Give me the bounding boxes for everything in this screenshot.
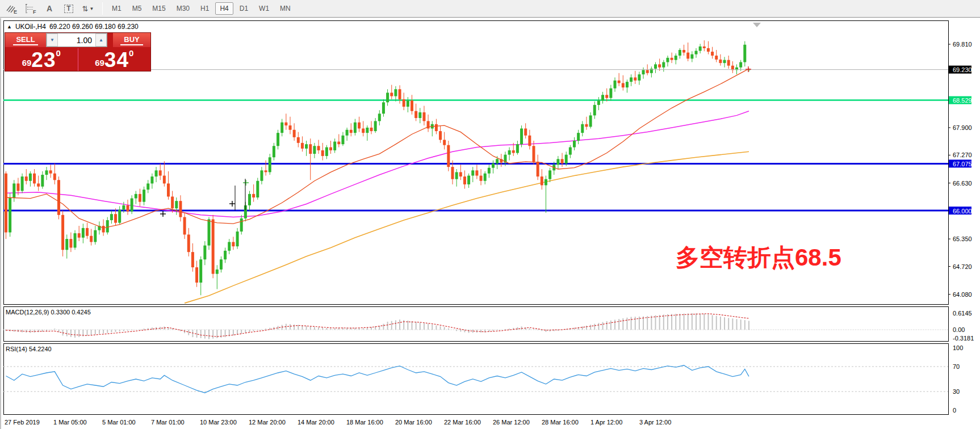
chart-canvas[interactable]: 69.81067.90067.27066.63065.35064.72064.0… bbox=[0, 18, 980, 429]
price-axis-label: 67.270 bbox=[953, 152, 972, 158]
letter-a-icon: A bbox=[47, 4, 52, 13]
chevron-down-icon: ▼ bbox=[89, 6, 94, 11]
timeframe-button-D1[interactable]: D1 bbox=[235, 2, 253, 15]
rsi-axis-label: 70 bbox=[953, 363, 960, 370]
macd-pane[interactable] bbox=[3, 313, 948, 339]
rsi-indicator-label: RSI(14) 54.2240 bbox=[6, 346, 52, 352]
price-axis-label: 66.630 bbox=[953, 180, 972, 187]
volume-increase-button[interactable]: ▲ bbox=[95, 33, 107, 47]
time-axis-label: 1 Apr 12:00 bbox=[590, 419, 622, 426]
time-axis-label: 10 Mar 23:00 bbox=[200, 419, 237, 426]
ma-fast-line bbox=[6, 69, 749, 228]
grid-icon: F bbox=[26, 5, 35, 13]
volume-input[interactable] bbox=[58, 33, 95, 47]
macd-axis-label: 0.6145 bbox=[953, 310, 972, 317]
symbol-period-label: UKOil-,H4 bbox=[15, 23, 46, 31]
volume-decrease-button[interactable]: ▼ bbox=[47, 33, 58, 47]
price-badge-label: 69.230 bbox=[953, 66, 972, 73]
rsi-line bbox=[6, 365, 749, 393]
rsi-axis-label: 30 bbox=[953, 388, 960, 395]
chart-shift-marker-icon bbox=[753, 23, 761, 27]
rsi-axis-label: 100 bbox=[953, 344, 963, 351]
time-axis-label: 3 Apr 12:00 bbox=[639, 419, 671, 426]
timeframe-button-M5[interactable]: M5 bbox=[128, 2, 146, 15]
time-axis-label: 7 Mar 01:00 bbox=[151, 419, 185, 426]
sort-arrows-icon: ⇅ bbox=[82, 5, 88, 13]
price-badge-label: 68.529 bbox=[953, 97, 972, 104]
macd-axis-label: -0.3181 bbox=[953, 335, 974, 342]
application-window: E F A T ⇅ ▼ M1M5M15M30H1H4D1W1MN 69.8106… bbox=[0, 0, 980, 429]
candlesticks bbox=[5, 40, 750, 295]
one-click-trade-panel: SELL ▼ ▲ BUY 69 23 0 69 34 0 bbox=[5, 32, 151, 72]
sell-price-display[interactable]: 69 23 0 bbox=[5, 48, 78, 71]
text-label-button[interactable]: A bbox=[41, 2, 58, 15]
rsi-pane-border bbox=[4, 344, 949, 415]
time-axis-label: 22 Mar 16:00 bbox=[444, 419, 481, 426]
rsi-pane[interactable] bbox=[3, 365, 948, 393]
timeframe-button-H1[interactable]: H1 bbox=[196, 2, 213, 15]
sort-arrows-button[interactable]: ⇅ ▼ bbox=[79, 2, 97, 15]
price-axis: 69.81067.90067.27066.63065.35064.72064.0… bbox=[948, 41, 974, 414]
timeframe-button-M30[interactable]: M30 bbox=[172, 2, 194, 15]
timeframe-button-W1[interactable]: W1 bbox=[254, 2, 274, 15]
macd-axis-label: 0.00 bbox=[953, 326, 965, 333]
time-axis-label: 28 Mar 16:00 bbox=[542, 419, 579, 426]
timeframe-button-H4[interactable]: H4 bbox=[215, 2, 233, 15]
time-axis-label: 1 Mar 05:00 bbox=[53, 419, 87, 426]
timeframe-button-M1[interactable]: M1 bbox=[107, 2, 126, 15]
price-badge-label: 67.075 bbox=[953, 161, 972, 167]
chart-window: 69.81067.90067.27066.63065.35064.72064.0… bbox=[0, 18, 973, 429]
price-axis-label: 69.810 bbox=[953, 41, 972, 48]
chart-title: ▲ UKOil-,H4 69.220 69.260 69.180 69.230 bbox=[7, 23, 139, 31]
time-axis-label: 18 Mar 16:00 bbox=[346, 419, 383, 426]
price-axis-label: 65.350 bbox=[953, 235, 972, 242]
draw-study-e-icon[interactable]: E bbox=[2, 2, 19, 15]
time-axis-label: 5 Mar 01:00 bbox=[102, 419, 136, 426]
timeframe-button-MN[interactable]: MN bbox=[275, 2, 295, 15]
macd-pane-border bbox=[4, 307, 949, 342]
sell-button[interactable]: SELL bbox=[5, 33, 46, 47]
time-axis-label: 12 Mar 20:00 bbox=[249, 419, 286, 426]
price-axis-label: 64.080 bbox=[953, 291, 972, 298]
time-axis-label: 20 Mar 16:00 bbox=[395, 419, 432, 426]
price-axis-label: 64.720 bbox=[953, 263, 972, 270]
grid-template-f-icon[interactable]: F bbox=[22, 2, 39, 15]
toolbar-separator bbox=[102, 2, 103, 15]
chart-annotation-text: 多空转折点68.5 bbox=[676, 242, 841, 274]
text-box-button[interactable]: T bbox=[60, 2, 77, 15]
ma-slow-line bbox=[185, 152, 749, 303]
boxed-t-icon: T bbox=[64, 5, 73, 13]
volume-stepper: ▼ ▲ bbox=[46, 33, 107, 47]
timeframe-button-M15[interactable]: M15 bbox=[148, 2, 170, 15]
macd-indicator-label: MACD(12,26,9) 0.3300 0.4245 bbox=[6, 309, 91, 316]
rsi-axis-label: 0 bbox=[953, 407, 956, 414]
buy-button[interactable]: BUY bbox=[113, 33, 150, 47]
ohlc-values: 69.220 69.260 69.180 69.230 bbox=[49, 23, 139, 31]
macd-signal-line bbox=[6, 314, 749, 337]
price-badge-label: 66.000 bbox=[953, 208, 972, 214]
toolbar: E F A T ⇅ ▼ M1M5M15M30H1H4D1W1MN bbox=[0, 0, 980, 18]
hatch-lines-icon: E bbox=[6, 4, 16, 13]
price-axis-label: 67.900 bbox=[953, 124, 972, 131]
time-axis-label: 26 Mar 12:00 bbox=[493, 419, 530, 426]
time-axis-label: 14 Mar 20:00 bbox=[298, 419, 334, 426]
collapse-triangle-icon[interactable]: ▲ bbox=[7, 24, 12, 30]
buy-price-display[interactable]: 69 34 0 bbox=[78, 48, 151, 71]
time-axis-label: 27 Feb 2019 bbox=[5, 419, 40, 426]
timeframe-button-group: M1M5M15M30H1H4D1W1MN bbox=[107, 2, 297, 15]
time-axis: 27 Feb 20191 Mar 05:005 Mar 01:007 Mar 0… bbox=[5, 419, 671, 426]
